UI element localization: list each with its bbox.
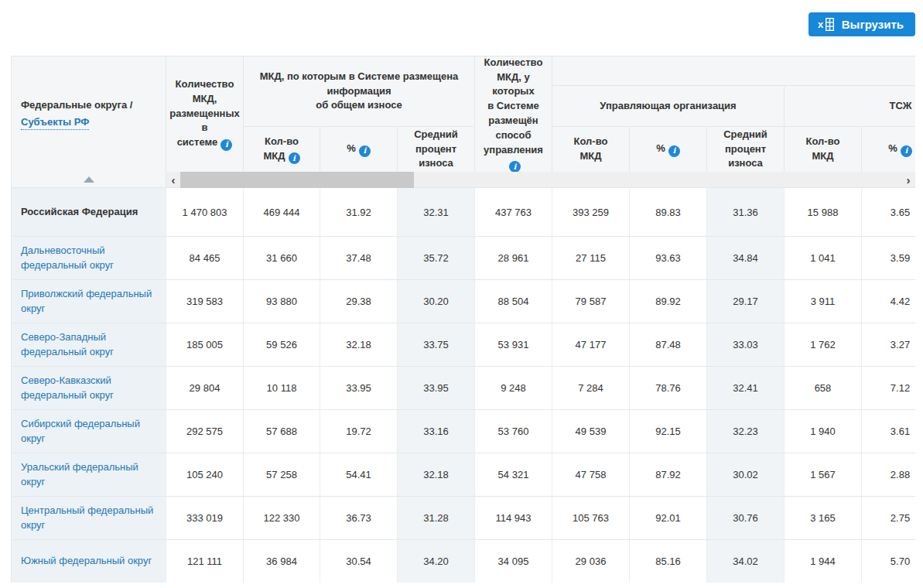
region-link[interactable]: Центральный федеральный округ — [21, 504, 158, 533]
info-icon[interactable]: i — [668, 145, 680, 157]
value-cell-wear-average: 33.16 — [398, 410, 475, 453]
value-cell-mgmt-method: 88 504 — [475, 280, 552, 323]
value-cell-uo-percent: 87.48 — [630, 323, 707, 366]
table-body: Российская Федерация 1 470 803 469 444 3… — [12, 188, 915, 583]
info-icon[interactable]: i — [359, 145, 371, 157]
sort-button[interactable] — [12, 172, 166, 187]
info-icon[interactable]: i — [220, 139, 232, 151]
value-cell-wear-count: 57 258 — [244, 453, 320, 496]
value-cell-wear-average: 33.75 — [398, 323, 475, 366]
value-cell-tsj-percent: 2.75 — [862, 497, 915, 539]
table-row: Южный федеральный округ 121 111 36 984 3… — [12, 540, 915, 583]
region-cell: Сибирский федеральный округ — [12, 410, 166, 453]
scrollbar-thumb[interactable] — [180, 172, 414, 188]
value-cell-tsj-count: 3 165 — [785, 497, 862, 539]
value-cell-mgmt-method: 9 248 — [475, 367, 552, 409]
info-icon[interactable]: i — [289, 152, 300, 164]
value-cell-wear-count: 122 330 — [244, 497, 320, 539]
value-cell-tsj-percent: 5.70 — [862, 540, 915, 583]
value-cell-uo-average: 29.17 — [707, 280, 785, 323]
region-link[interactable]: Северо-Западный федеральный округ — [21, 330, 158, 360]
table-row: Центральный федеральный округ 333 019 12… — [12, 497, 915, 540]
header-mgmt-method-label: Количество МКД, у которых в Системе разм… — [484, 56, 543, 156]
table-header: Федеральные округа / Субъекты РФ Количес… — [12, 56, 915, 172]
value-cell-total-in-system: 121 111 — [166, 540, 244, 583]
value-cell-total-in-system: 29 804 — [166, 367, 244, 409]
value-cell-tsj-count: 3 911 — [785, 280, 862, 323]
export-button[interactable]: x Выгрузить — [808, 12, 915, 36]
header-uo-average: Средний процент износа — [707, 127, 785, 172]
value-cell-uo-count: 47 177 — [552, 323, 630, 366]
horizontal-scrollbar[interactable]: ‹ › — [166, 172, 915, 187]
header-mgmt-method: Количество МКД, у которых в Системе разм… — [475, 56, 552, 172]
header-uo-percent: %i — [630, 127, 707, 172]
value-cell-total-in-system: 319 583 — [166, 280, 244, 323]
value-cell-uo-percent: 87.92 — [630, 453, 707, 496]
value-cell-tsj-percent: 3.65 — [862, 188, 915, 236]
value-cell-wear-count: 36 984 — [244, 540, 320, 583]
value-cell-wear-count: 93 880 — [244, 280, 320, 323]
region-link[interactable]: Дальневосточный федеральный округ — [21, 244, 158, 273]
value-cell-wear-count: 469 444 — [244, 188, 320, 236]
region-link[interactable]: Сибирский федеральный округ — [21, 417, 158, 446]
value-cell-uo-count: 79 587 — [552, 280, 630, 323]
value-cell-wear-count: 59 526 — [244, 323, 320, 366]
header-total-in-system: Количество МКД, размещенных в системеi — [166, 56, 244, 172]
value-cell-wear-percent: 33.95 — [320, 367, 398, 409]
regions-table: Федеральные округа / Субъекты РФ Количес… — [11, 56, 915, 583]
value-cell-wear-percent: 29.38 — [320, 280, 398, 323]
scroll-right-icon[interactable]: › — [902, 172, 914, 188]
header-wear-average: Средний процент износа — [398, 127, 475, 172]
table-row: Сибирский федеральный округ 292 575 57 6… — [12, 410, 915, 453]
region-cell: Северо-Западный федеральный округ — [12, 323, 166, 366]
table-row: Приволжский федеральный округ 319 583 93… — [12, 280, 915, 323]
value-cell-uo-percent: 78.76 — [630, 367, 707, 409]
sort-asc-icon — [84, 176, 94, 183]
value-cell-uo-average: 31.36 — [707, 188, 785, 236]
value-cell-mgmt-method: 54 321 — [475, 453, 552, 496]
value-cell-mgmt-method: 114 943 — [475, 497, 552, 539]
value-cell-uo-average: 30.02 — [707, 453, 785, 496]
value-cell-uo-percent: 92.15 — [630, 410, 707, 453]
subjects-rf-link[interactable]: Субъекты РФ — [21, 115, 89, 131]
region-column-title: Федеральные округа / — [21, 99, 132, 111]
region-link[interactable]: Южный федеральный округ — [21, 554, 152, 569]
region-cell: Центральный федеральный округ — [12, 497, 166, 539]
value-cell-wear-count: 10 118 — [244, 367, 320, 409]
value-cell-uo-average: 34.02 — [707, 540, 785, 583]
value-cell-mgmt-method: 28 961 — [475, 237, 552, 279]
value-cell-tsj-percent: 4.42 — [862, 280, 915, 323]
value-cell-wear-average: 31.28 — [398, 497, 475, 539]
info-icon[interactable]: i — [901, 145, 912, 157]
value-cell-wear-percent: 32.18 — [320, 323, 398, 366]
header-group-wear: МКД, по которым в Системе размещена инфо… — [244, 56, 475, 127]
value-cell-tsj-percent: 3.59 — [862, 237, 915, 279]
value-cell-wear-average: 33.95 — [398, 367, 475, 409]
value-cell-wear-percent: 31.92 — [320, 188, 398, 236]
value-cell-uo-percent: 89.83 — [630, 188, 707, 236]
value-cell-wear-count: 31 660 — [244, 237, 320, 279]
value-cell-total-in-system: 333 019 — [166, 497, 244, 539]
region-link[interactable]: Северо-Кавказский федеральный округ — [21, 374, 158, 403]
value-cell-mgmt-method: 53 760 — [475, 410, 552, 453]
value-cell-tsj-count: 15 988 — [785, 188, 862, 236]
region-total-label: Российская Федерация — [21, 205, 138, 220]
value-cell-tsj-count: 1 041 — [785, 237, 862, 279]
value-cell-wear-average: 30.20 — [398, 280, 475, 323]
region-link[interactable]: Уральский федеральный округ — [21, 460, 158, 490]
value-cell-uo-average: 33.03 — [707, 323, 785, 366]
value-cell-uo-percent: 89.92 — [630, 280, 707, 323]
header-uo-percent-label: % — [656, 142, 665, 154]
table-row: Дальневосточный федеральный округ 84 465… — [12, 237, 915, 280]
value-cell-total-in-system: 84 465 — [166, 237, 244, 279]
value-cell-wear-average: 32.18 — [398, 453, 475, 496]
value-cell-uo-count: 105 763 — [552, 497, 630, 539]
value-cell-wear-average: 35.72 — [398, 237, 475, 279]
value-cell-uo-average: 34.84 — [707, 237, 785, 279]
region-cell: Южный федеральный округ — [12, 540, 166, 583]
value-cell-tsj-count: 1 567 — [785, 453, 862, 496]
value-cell-uo-count: 7 284 — [552, 367, 630, 409]
region-link[interactable]: Приволжский федеральный округ — [21, 287, 158, 316]
scroll-left-icon[interactable]: ‹ — [167, 172, 179, 188]
region-cell: Дальневосточный федеральный округ — [12, 237, 166, 279]
